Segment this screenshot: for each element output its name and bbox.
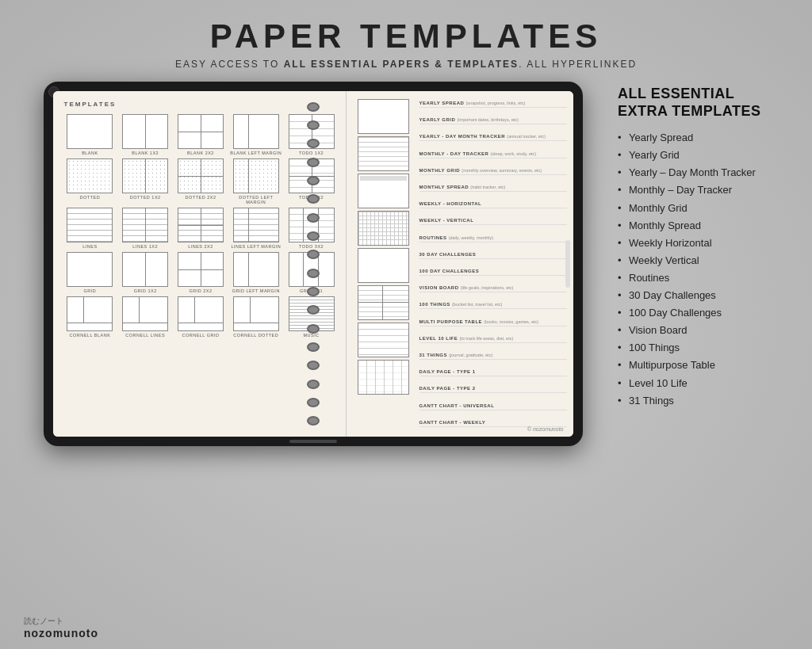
list-yearly-day-month[interactable]: YEARLY - DAY MONTH TRACKER (annual track… xyxy=(419,134,567,141)
page-title: PAPER TEMPLATES xyxy=(175,17,637,55)
notebook-right-page: YEARLY SPREAD (Snapshot, progress, links… xyxy=(347,91,573,437)
tablet-container: TEMPLATES BLANK BLANK 1X2 xyxy=(24,82,602,446)
list-item: Vision Board xyxy=(618,322,788,339)
list-item: Yearly – Day Month Tracker xyxy=(618,164,788,181)
thumb-grid-1x2 xyxy=(122,252,168,287)
thumb-grid-2x2 xyxy=(178,252,224,287)
logo-bottom: 読むノート nozomunoto xyxy=(24,616,98,639)
template-blank-left-margin[interactable]: BLANK LEFT MARGIN xyxy=(230,114,282,155)
template-grid-1x2[interactable]: GRID 1X2 xyxy=(119,252,171,293)
template-dotted-1x2[interactable]: DOTTED 1X2 xyxy=(119,158,171,204)
thumb-cornell-blank xyxy=(67,296,113,331)
subtitle-plain: EASY ACCESS TO xyxy=(175,59,284,70)
right-thumbnails xyxy=(358,99,413,429)
list-item: Monthly Spread xyxy=(618,217,788,235)
thumb-dotted-1x2 xyxy=(122,158,168,193)
logo-prefix: nozo xyxy=(24,627,53,639)
template-blank-2x2[interactable]: BLANK 2X2 xyxy=(174,114,227,155)
list-multipurpose[interactable]: MULTI PURPOSE TABLE (books, movies, game… xyxy=(419,319,567,326)
right-thumb-yearly-grid[interactable] xyxy=(358,136,409,171)
thumb-lines-1x2 xyxy=(122,208,168,242)
list-item: Multipurpose Table xyxy=(618,357,788,374)
template-cornell-dotted[interactable]: CORNELL DOTTED xyxy=(230,296,282,338)
template-grid-lm[interactable]: GRID LEFT MARGIN xyxy=(230,252,282,293)
list-gantt-universal[interactable]: GANTT CHART - UNIVERSAL xyxy=(419,403,567,410)
list-yearly-spread[interactable]: YEARLY SPREAD (Snapshot, progress, links… xyxy=(419,101,567,108)
template-grid[interactable]: GRID xyxy=(64,252,117,293)
thumb-lines-lm xyxy=(233,208,279,242)
template-dotted-2x2[interactable]: DOTTED 2X2 xyxy=(174,158,227,204)
list-weekly-h[interactable]: WEEKLY - HORIZONTAL xyxy=(419,201,567,208)
thumb-dotted-lm xyxy=(233,158,279,193)
spiral-binding xyxy=(305,91,321,437)
right-thumb-yearly-spread[interactable] xyxy=(358,99,409,134)
list-item: Yearly Spread xyxy=(618,129,788,147)
template-blank[interactable]: BLANK xyxy=(64,114,117,155)
list-100day[interactable]: 100 DAY CHALLENGES xyxy=(419,269,567,276)
list-weekly-v[interactable]: WEEKLY - VERTICAL xyxy=(419,218,567,225)
right-thumb-weekly-h[interactable] xyxy=(358,323,409,357)
page-wrapper: PAPER TEMPLATES EASY ACCESS TO ALL ESSEN… xyxy=(0,0,812,649)
right-thumb-weekly-v[interactable] xyxy=(358,360,409,395)
right-thumb-monthly-spread[interactable] xyxy=(358,285,409,320)
list-vision-board[interactable]: VISION BOARD (life goals, inspirations, … xyxy=(419,285,567,292)
template-cornell-grid[interactable]: CORNELL GRID xyxy=(174,296,227,338)
template-lines-2x2[interactable]: LINES 2X2 xyxy=(174,208,227,249)
sidebar-title: ALL ESSENTIAL EXTRA TEMPLATES xyxy=(618,86,788,120)
tablet-home-indicator xyxy=(289,440,337,443)
list-daily-type1[interactable]: DAILY PAGE - TYPE 1 xyxy=(419,369,567,376)
list-item: 100 Things xyxy=(618,339,788,357)
templates-grid: BLANK BLANK 1X2 BLANK 2X2 xyxy=(64,114,338,338)
thumb-dotted xyxy=(67,158,113,193)
tablet: TEMPLATES BLANK BLANK 1X2 xyxy=(44,82,583,446)
list-daily-type2[interactable]: DAILY PAGE - TYPE 2 xyxy=(419,386,567,393)
list-monthly-spread[interactable]: MONTHLY SPREAD (habit tracker, etc) xyxy=(419,185,567,192)
list-item: Monthly – Day Tracker xyxy=(618,181,788,199)
list-yearly-grid[interactable]: YEARLY GRID (important dates, birthdays,… xyxy=(419,117,567,124)
template-cornell-lines[interactable]: CORNELL LINES xyxy=(119,296,171,338)
thumb-grid-lm xyxy=(233,252,279,287)
list-30day[interactable]: 30 DAY CHALLENGES xyxy=(419,252,567,259)
template-grid-2x2[interactable]: GRID 2X2 xyxy=(174,252,227,293)
tablet-screen: TEMPLATES BLANK BLANK 1X2 xyxy=(53,91,573,437)
logo-japanese: 読むノート xyxy=(24,616,63,627)
template-lines-lm[interactable]: LINES LEFT MARGIN xyxy=(230,208,282,249)
thumb-blank-1x2 xyxy=(122,114,168,149)
thumb-blank-lm xyxy=(233,114,279,149)
template-cornell-blank[interactable]: CORNELL BLANK xyxy=(64,296,117,338)
thumb-lines xyxy=(67,208,113,242)
list-item: 30 Day Challenges xyxy=(618,287,788,304)
list-item: Weekly Horizontal xyxy=(618,235,788,252)
thumb-grid xyxy=(67,252,113,287)
list-monthly-grid[interactable]: MONTHLY GRID (monthly overview, summary,… xyxy=(419,168,567,175)
scroll-indicator xyxy=(565,240,570,288)
template-blank-1x2[interactable]: BLANK 1X2 xyxy=(119,114,171,155)
list-item: 31 Things xyxy=(618,392,788,410)
logo-suffix: munoto xyxy=(53,627,98,639)
list-item: Yearly Grid xyxy=(618,147,788,164)
list-item: Level 10 Life xyxy=(618,375,788,392)
list-level10[interactable]: LEVEL 10 LIFE (to track life areas, diet… xyxy=(419,336,567,343)
thumb-blank-2x2 xyxy=(178,114,224,149)
thumb-lines-2x2 xyxy=(178,208,224,242)
sidebar-right: ALL ESSENTIAL EXTRA TEMPLATES Yearly Spr… xyxy=(618,82,788,410)
right-template-list: YEARLY SPREAD (Snapshot, progress, links… xyxy=(419,99,567,429)
right-thumb-monthly-grid[interactable] xyxy=(358,248,409,283)
thumb-cornell-dotted xyxy=(233,296,279,331)
list-item: Monthly Grid xyxy=(618,200,788,217)
list-100things[interactable]: 100 THINGS (bucket list, travel list, et… xyxy=(419,302,567,309)
list-monthly-day[interactable]: MONTHLY - DAY TRACKER (sleep, work, stud… xyxy=(419,151,567,158)
logo-main: nozomunoto xyxy=(24,627,98,639)
list-31things[interactable]: 31 THINGS (journal, gratitude, etc) xyxy=(419,353,567,360)
template-dotted[interactable]: DOTTED xyxy=(64,158,117,204)
right-thumb-yearly-day[interactable] xyxy=(358,174,409,208)
template-dotted-lm[interactable]: DOTTED LEFT MARGIN xyxy=(230,158,282,204)
list-routines[interactable]: ROUTINES (daily, weekly, monthly) xyxy=(419,235,567,242)
header-subtitle: EASY ACCESS TO ALL ESSENTIAL PAPERS & TE… xyxy=(175,59,637,70)
notebook-left-page: TEMPLATES BLANK BLANK 1X2 xyxy=(53,91,347,437)
notebook-label: TEMPLATES xyxy=(64,101,338,108)
main-content: TEMPLATES BLANK BLANK 1X2 xyxy=(0,82,812,446)
template-lines[interactable]: LINES xyxy=(64,208,117,249)
template-lines-1x2[interactable]: LINES 1X2 xyxy=(119,208,171,249)
right-thumb-monthly-day[interactable] xyxy=(358,211,409,246)
